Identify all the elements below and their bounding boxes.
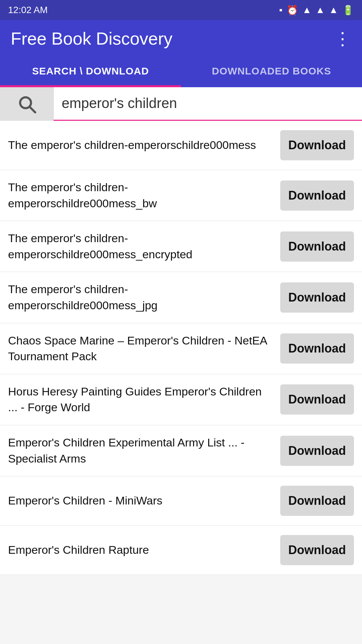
battery-icon: 🔋 — [342, 5, 354, 16]
signal2-icon: ▲ — [329, 5, 338, 15]
book-item: Emperor's Children - MiniWars Download — [0, 476, 362, 526]
book-title: The emperor's children-emperorschildre00… — [8, 179, 280, 211]
book-title: Chaos Space Marine – Emperor's Children … — [8, 333, 280, 365]
book-item: Chaos Space Marine – Emperor's Children … — [0, 323, 362, 374]
download-button[interactable]: Download — [280, 384, 354, 415]
signal-icon: ▲ — [316, 5, 325, 15]
book-item: The emperor's children-emperorschildre00… — [0, 121, 362, 170]
download-button[interactable]: Download — [280, 486, 354, 516]
tabs-container: SEARCH \ DOWNLOAD DOWNLOADED BOOKS — [0, 57, 362, 87]
book-title: Emperor's Children Rapture — [8, 542, 280, 558]
overflow-menu-button[interactable]: ⋮ — [334, 30, 351, 47]
book-item: Horus Heresy Painting Guides Emperor's C… — [0, 374, 362, 425]
download-button[interactable]: Download — [280, 231, 354, 262]
status-bar: 12:02 AM ▪ ⏰ ▲ ▲ ▲ 🔋 — [0, 0, 362, 20]
book-title: Emperor's Children Experimental Army Lis… — [8, 435, 280, 467]
download-button[interactable]: Download — [280, 333, 354, 364]
search-icon-container[interactable] — [0, 87, 54, 121]
book-title: The emperor's children-emperorschildre00… — [8, 230, 280, 262]
status-time: 12:02 AM — [8, 5, 48, 15]
app-title: Free Book Discovery — [11, 29, 173, 49]
alarm-icon: ⏰ — [287, 5, 298, 16]
book-title: Horus Heresy Painting Guides Emperor's C… — [8, 384, 280, 416]
search-icon — [17, 94, 37, 114]
svg-line-1 — [29, 107, 35, 112]
status-icons: ▪ ⏰ ▲ ▲ ▲ 🔋 — [279, 5, 354, 16]
book-item: Emperor's Children Experimental Army Lis… — [0, 425, 362, 476]
book-title: The emperor's children-emperorschildre00… — [8, 281, 280, 313]
wifi-icon: ▲ — [302, 5, 312, 15]
book-item: Emperor's Children Rapture Download — [0, 526, 362, 575]
tab-downloaded-books[interactable]: DOWNLOADED BOOKS — [181, 57, 362, 86]
book-title: Emperor's Children - MiniWars — [8, 493, 280, 509]
download-button[interactable]: Download — [280, 282, 354, 313]
sim-icon: ▪ — [279, 5, 283, 15]
tab-search-download[interactable]: SEARCH \ DOWNLOAD — [0, 57, 181, 86]
book-item: The emperor's children-emperorschildre00… — [0, 272, 362, 323]
download-button[interactable]: Download — [280, 436, 354, 466]
book-title: The emperor's children-emperorschildre00… — [8, 137, 280, 153]
app-bar: Free Book Discovery ⋮ — [0, 20, 362, 57]
book-list: The emperor's children-emperorschildre00… — [0, 121, 362, 575]
download-button[interactable]: Download — [280, 535, 354, 565]
search-bar — [0, 87, 362, 121]
book-item: The emperor's children-emperorschildre00… — [0, 221, 362, 272]
download-button[interactable]: Download — [280, 130, 354, 160]
download-button[interactable]: Download — [280, 180, 354, 211]
book-item: The emperor's children-emperorschildre00… — [0, 170, 362, 221]
search-input[interactable] — [54, 87, 362, 121]
